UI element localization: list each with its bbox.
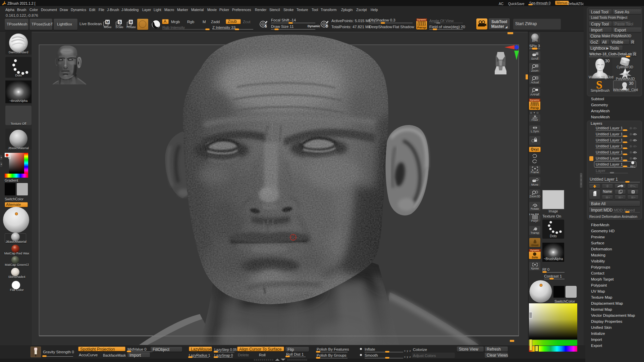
svg-text:D: D (326, 24, 328, 28)
svg-text:S: S (119, 20, 121, 24)
svg-text:R: R (130, 20, 132, 24)
svg-text:S: S (265, 24, 267, 28)
svg-text:M: M (106, 20, 109, 24)
